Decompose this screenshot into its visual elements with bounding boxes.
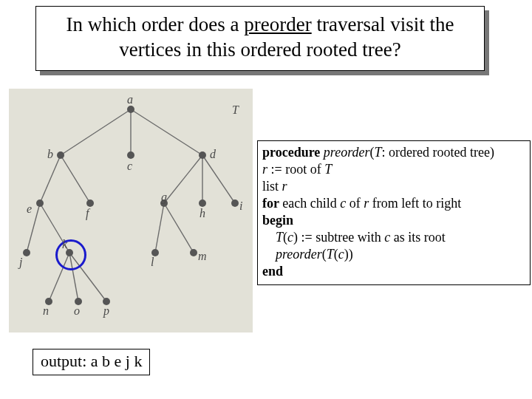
tree-diagram: a T b c d e f g h i j k l m n o p [9,89,253,332]
svg-line-2 [131,109,202,155]
highlight-circle [55,239,86,270]
algo-l3-r: r [282,179,287,194]
title-text-underlined: preorder [244,13,311,35]
node-label-i: i [239,200,242,213]
algo-l2-r: r [262,162,267,177]
svg-point-23 [231,200,239,207]
algo-l7-c: c [338,247,344,262]
node-label-o: o [74,304,80,318]
svg-line-0 [61,109,131,155]
svg-point-16 [57,151,64,159]
node-label-l: l [151,256,154,269]
node-label-f: f [86,207,89,220]
output-text: output: a b e j k [41,352,142,370]
node-label-g: g [161,191,167,204]
algo-line-4: for each child c of r from left to right [262,195,525,212]
node-label-p: p [103,304,109,318]
algo-line-6: T(c) := subtree with c as its root [262,229,525,246]
algo-line-3: list r [262,178,525,195]
node-label-d: d [210,148,216,161]
algo-l6-end: as its root [390,230,446,245]
algo-l4-of: of [346,196,364,211]
svg-line-7 [202,155,235,203]
algorithm-box: procedure preorder(T: ordered rooted tre… [257,140,531,285]
svg-line-10 [155,203,164,253]
algo-l2-mid: := root of [267,162,324,177]
node-label-b: b [47,148,53,161]
algo-l6-c2: c [384,230,390,245]
svg-point-19 [36,200,44,207]
svg-point-20 [86,200,94,207]
tree-label-T: T [232,103,239,117]
output-box: output: a b e j k [33,349,150,375]
title-text-pre: In which order does a [66,13,245,35]
node-label-c: c [127,160,132,173]
svg-line-11 [164,203,194,253]
algo-kw-procedure: procedure [262,145,324,160]
algo-line-2: r := root of T [262,161,525,178]
algo-l4-each: each child [282,196,340,211]
svg-point-24 [23,249,30,256]
svg-point-17 [127,151,134,159]
algo-l3-list: list [262,179,282,194]
algo-l7-p3: )) [344,247,353,262]
algo-line-8: end [262,263,525,280]
algo-l4-rest: from left to right [369,196,461,211]
algo-l1-T: T [375,145,382,160]
node-label-a: a [127,93,133,106]
node-label-k: k [62,238,67,251]
node-label-n: n [43,304,49,318]
algo-l7-name: preorder [276,247,322,262]
svg-line-5 [164,155,202,203]
algo-line-1: procedure preorder(T: ordered rooted tre… [262,144,525,161]
title-box: In which order does a preorder traversal… [35,6,485,71]
algo-l7-T: T [327,247,334,262]
algo-l6-mid: ) := subtree with [293,230,384,245]
algo-name: preorder [324,145,370,160]
node-label-h: h [200,207,205,220]
svg-point-22 [199,200,206,207]
svg-point-15 [127,106,134,113]
algo-kw-end: end [262,264,283,279]
svg-point-18 [199,151,206,159]
algo-l6-c: c [287,230,293,245]
algo-line-7: preorder(T(c)) [262,246,525,263]
algo-line-5: begin [262,212,525,229]
node-label-e: e [27,202,32,216]
algo-kw-begin: begin [262,213,293,228]
title-container: In which order does a preorder traversal… [35,6,485,71]
node-label-m: m [198,250,207,263]
algo-kw-for: for [262,196,282,211]
node-label-j: j [19,256,22,269]
svg-line-4 [61,155,90,203]
algo-l2-T: T [324,162,332,177]
algo-l1-rest: : ordered rooted tree) [382,145,494,160]
svg-line-3 [40,155,61,203]
tree-svg [9,89,253,332]
algo-l4-c: c [340,196,346,211]
algo-l6-T: T [276,230,283,245]
svg-point-27 [190,249,197,256]
